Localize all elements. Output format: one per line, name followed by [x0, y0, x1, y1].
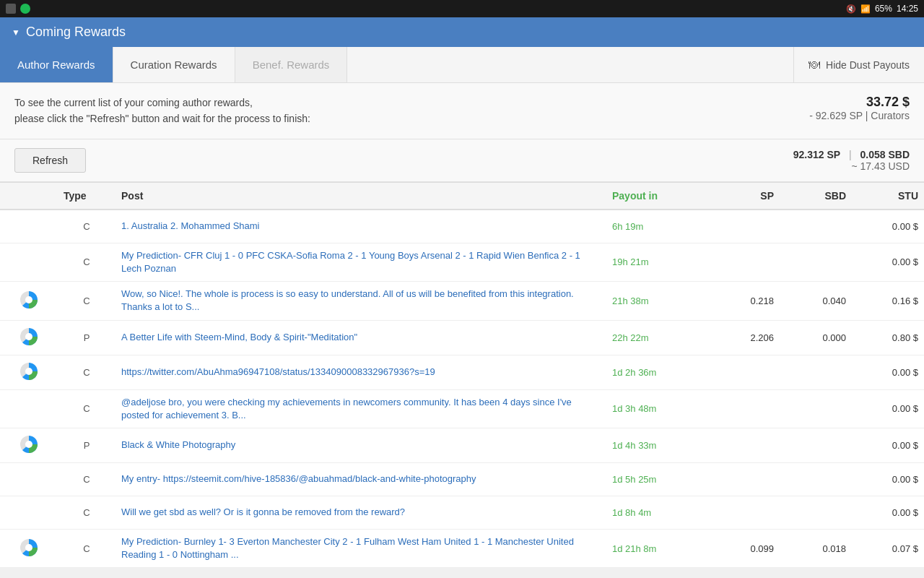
post-cell[interactable]: My Prediction- Burnley 1- 3 Everton Manc… — [116, 530, 606, 567]
svg-point-1 — [25, 296, 32, 303]
post-cell[interactable]: A Better Life with Steem-Mind, Body & Sp… — [116, 325, 606, 350]
icon-cell — [0, 473, 58, 485]
app-container: ▼ Coming Rewards Author Rewards Curation… — [0, 17, 924, 578]
payout-time-cell: 1d 8h 4m — [606, 501, 707, 524]
app-icon-2 — [20, 4, 30, 14]
post-cell[interactable]: My Prediction- CFR Cluj 1 - 0 PFC CSKA-S… — [116, 243, 606, 281]
stu-cell: 0.00 $ — [852, 361, 924, 384]
svg-point-7 — [25, 441, 32, 448]
post-link[interactable]: Will we get sbd as well? Or is it gonna … — [121, 506, 405, 517]
th-stu: STU — [852, 183, 924, 209]
icon-cell — [0, 355, 58, 389]
post-cell[interactable]: Wow, so Nice!. The whole is process is s… — [116, 282, 606, 319]
clock: 14:25 — [897, 4, 918, 14]
sp-curators: - 92.629 SP | Curators — [809, 110, 910, 121]
icon-cell — [0, 256, 58, 268]
sbd-cell: 0.018 — [780, 538, 852, 560]
post-cell[interactable]: 1. Australia 2. Mohammed Shami — [116, 214, 606, 238]
sp-cell: 0.218 — [707, 290, 780, 312]
sp-value: 92.312 SP — [793, 149, 840, 160]
stu-cell: 0.00 $ — [852, 434, 924, 457]
tab-hide-dust-payouts[interactable]: 🍽 Hide Dust Payouts — [793, 47, 924, 82]
tab-author-rewards-label: Author Rewards — [17, 59, 95, 71]
table-body: C1. Australia 2. Mohammed Shami6h 19m0.0… — [0, 210, 924, 569]
sbd-cell — [780, 506, 852, 518]
sbd-value: 0.058 SBD — [860, 149, 910, 160]
payout-time-cell: 1d 2h 36m — [606, 361, 707, 384]
payout-time-cell: 19h 21m — [606, 251, 707, 273]
pie-chart-icon — [19, 538, 39, 558]
post-cell[interactable]: Will we get sbd as well? Or is it gonna … — [116, 500, 606, 525]
pie-chart-icon — [19, 434, 39, 454]
tab-bar: Author Rewards Curation Rewards Benef. R… — [0, 47, 924, 83]
post-link[interactable]: https://twitter.com/AbuAhma96947108/stat… — [121, 366, 435, 377]
post-link[interactable]: Wow, so Nice!. The whole is process is s… — [121, 288, 574, 312]
stu-cell: 0.80 $ — [852, 327, 924, 349]
table-row: CWill we get sbd as well? Or is it gonna… — [0, 496, 924, 530]
payout-time-cell: 1d 5h 25m — [606, 468, 707, 491]
payout-time-cell: 6h 19m — [606, 215, 707, 238]
post-link[interactable]: A Better Life with Steem-Mind, Body & Sp… — [121, 332, 357, 342]
th-post: Post — [116, 183, 606, 209]
status-bar-right: 🔇 📶 65% 14:25 — [846, 4, 918, 14]
info-right: 33.72 $ - 92.629 SP | Curators — [809, 95, 910, 121]
sp-sbd-line: 92.312 SP | 0.058 SBD — [793, 149, 910, 160]
svg-point-5 — [25, 368, 32, 375]
stu-cell: 0.16 $ — [852, 290, 924, 312]
refresh-button[interactable]: Refresh — [14, 148, 86, 173]
battery-level: 65% — [875, 4, 892, 14]
info-line2: please click the "Refresh" button and wa… — [14, 111, 310, 126]
th-sbd: SBD — [780, 183, 852, 209]
type-cell: C — [58, 397, 116, 420]
pie-chart-icon — [19, 327, 39, 347]
stu-cell: 0.00 $ — [852, 468, 924, 491]
stu-cell: 0.00 $ — [852, 397, 924, 420]
sp-cell — [707, 403, 780, 415]
tab-curation-rewards[interactable]: Curation Rewards — [113, 47, 235, 82]
svg-point-9 — [25, 544, 32, 551]
post-cell[interactable]: My entry- https://steemit.com/hive-18583… — [116, 467, 606, 491]
icon-cell — [0, 403, 58, 415]
sbd-cell — [780, 473, 852, 485]
status-bar: 🔇 📶 65% 14:25 — [0, 0, 924, 17]
hide-dust-icon: 🍽 — [808, 59, 820, 72]
title-bar-arrow: ▼ — [12, 27, 20, 38]
table-row: CWow, so Nice!. The whole is process is … — [0, 282, 924, 320]
table-row: C1. Australia 2. Mohammed Shami6h 19m0.0… — [0, 210, 924, 243]
refresh-section: Refresh 92.312 SP | 0.058 SBD ~ 17.43 US… — [0, 139, 924, 182]
post-cell[interactable]: @adeljose bro, you were checking my achi… — [116, 390, 606, 428]
post-link[interactable]: Black & White Photography — [121, 439, 235, 450]
post-link[interactable]: My Prediction- Burnley 1- 3 Everton Manc… — [121, 536, 574, 560]
tab-benef-rewards-label: Benef. Rewards — [253, 59, 330, 71]
icon-cell — [0, 284, 58, 318]
payout-time-cell: 22h 22m — [606, 327, 707, 349]
type-cell: C — [58, 361, 116, 384]
post-cell[interactable]: https://twitter.com/AbuAhma96947108/stat… — [116, 360, 606, 384]
type-cell: P — [58, 434, 116, 457]
status-bar-left — [6, 4, 30, 14]
sbd-cell — [780, 403, 852, 415]
sbd-cell: 0.040 — [780, 290, 852, 312]
post-link[interactable]: @adeljose bro, you were checking my achi… — [121, 397, 572, 420]
table-row: C@adeljose bro, you were checking my ach… — [0, 390, 924, 428]
icon-cell — [0, 428, 58, 462]
th-payout: Payout in — [606, 183, 707, 209]
table-row: PBlack & White Photography1d 4h 33m0.00 … — [0, 428, 924, 463]
type-cell: C — [58, 501, 116, 524]
tab-author-rewards[interactable]: Author Rewards — [0, 47, 113, 82]
post-link[interactable]: My entry- https://steemit.com/hive-18583… — [121, 473, 476, 484]
tab-benef-rewards[interactable]: Benef. Rewards — [235, 47, 348, 82]
icon-cell — [0, 532, 58, 566]
payout-time-cell: 21h 38m — [606, 290, 707, 312]
sbd-cell — [780, 220, 852, 232]
th-icon — [0, 183, 58, 209]
type-cell: C — [58, 468, 116, 491]
stu-cell: 0.00 $ — [852, 251, 924, 273]
post-link[interactable]: My Prediction- CFR Cluj 1 - 0 PFC CSKA-S… — [121, 250, 580, 274]
table-row: PA Better Life with Steem-Mind, Body & S… — [0, 321, 924, 355]
th-sp: SP — [707, 183, 780, 209]
table-container: Type Post Payout in SP SBD STU C1. Austr… — [0, 182, 924, 569]
post-cell[interactable]: Black & White Photography — [116, 433, 606, 457]
wifi-icon: 📶 — [860, 4, 871, 14]
post-link[interactable]: 1. Australia 2. Mohammed Shami — [121, 220, 259, 231]
